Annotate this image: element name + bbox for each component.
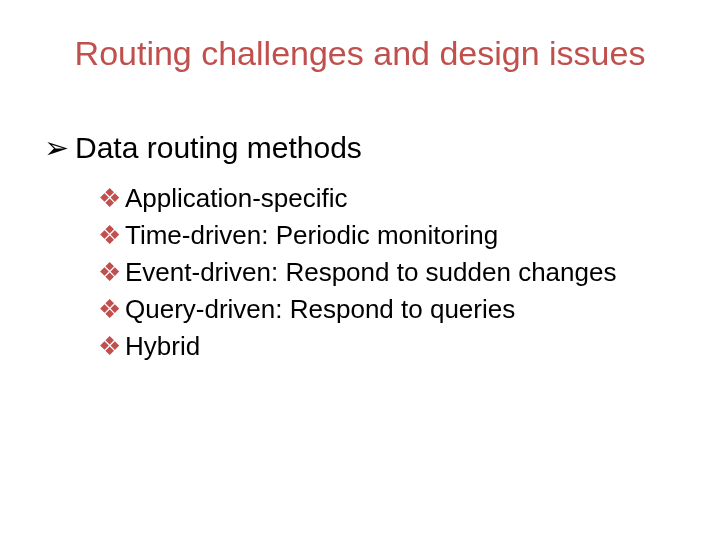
slide-title: Routing challenges and design issues — [0, 34, 720, 73]
diamond-bullet-icon: ❖ — [98, 257, 121, 287]
list-item: ❖Query-driven: Respond to queries — [98, 291, 616, 328]
diamond-bullet-icon: ❖ — [98, 294, 121, 324]
list-item-text: Event-driven: Respond to sudden changes — [125, 257, 616, 287]
list-item: ❖Hybrid — [98, 328, 616, 365]
diamond-bullet-icon: ❖ — [98, 331, 121, 361]
list-item-text: Time-driven: Periodic monitoring — [125, 220, 498, 250]
slide: Routing challenges and design issues ➢Da… — [0, 0, 720, 540]
diamond-bullet-icon: ❖ — [98, 183, 121, 213]
section-heading-line: ➢Data routing methods — [44, 130, 362, 165]
list-item: ❖Application-specific — [98, 180, 616, 217]
list-item-text: Hybrid — [125, 331, 200, 361]
list-item-text: Application-specific — [125, 183, 348, 213]
section-heading: Data routing methods — [75, 131, 362, 164]
list-item-text: Query-driven: Respond to queries — [125, 294, 515, 324]
list-item: ❖Time-driven: Periodic monitoring — [98, 217, 616, 254]
item-list: ❖Application-specific ❖Time-driven: Peri… — [98, 180, 616, 365]
list-item: ❖Event-driven: Respond to sudden changes — [98, 254, 616, 291]
arrow-bullet-icon: ➢ — [44, 131, 69, 164]
diamond-bullet-icon: ❖ — [98, 220, 121, 250]
